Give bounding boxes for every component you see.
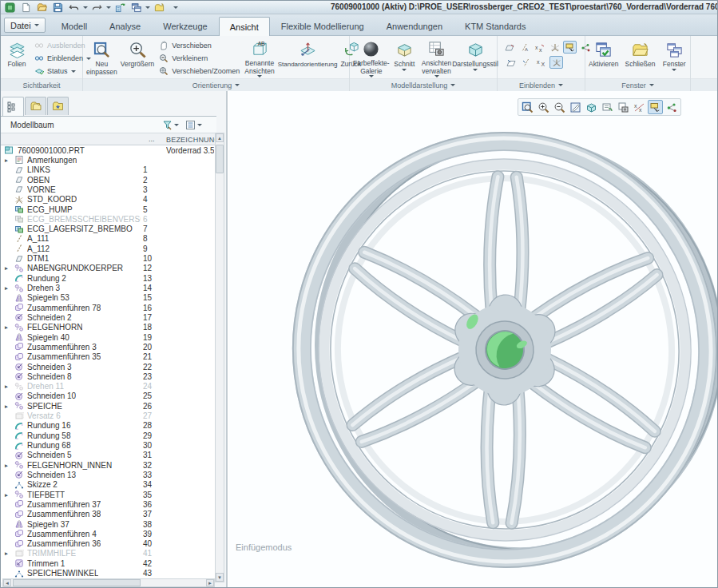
tab-ansicht[interactable]: Ansicht [219,17,270,36]
tree-item-label[interactable]: Zusammenführen 4 [27,530,97,538]
tree-item-label[interactable]: Drehen 11 [27,382,64,391]
annotation-display-button[interactable] [648,100,663,114]
scroll-thumb[interactable] [216,145,224,173]
schnitt-button[interactable]: Schnitt [391,38,418,78]
expand-arrow[interactable]: ► [3,403,10,409]
tree-item[interactable]: STD_KOORD4 [1,195,216,205]
group-label-orientierung[interactable]: Orientierung [83,78,349,91]
column-bezeichnung[interactable]: BEZEICHNUNG [166,136,220,144]
tree-item-label[interactable]: FELGENHORN_INNEN [27,461,112,470]
farbeffekte-galerie-button[interactable]: Farbeffekte-Galerie [351,38,391,78]
tree-item-label[interactable]: Zusammenführen 3 [27,343,97,352]
darstellungsstil-button[interactable]: Darstellungsstil [455,38,495,78]
tree-item[interactable]: Schneiden 823 [1,371,216,381]
tree-item[interactable]: VORNE3 [1,185,216,194]
tree-item-label[interactable]: Zusammenführen 38 [27,510,101,518]
schliessen-button[interactable]: Schließen [624,38,657,78]
tree-item[interactable]: DTM110 [1,253,216,263]
tab-anwendungen[interactable]: Anwendungen [375,16,454,35]
tree-item-label[interactable]: TRIMMHILFE [27,549,76,558]
tree-item[interactable]: Rundung 1628 [1,421,216,431]
tree-item-label[interactable]: TIEFBETT [27,491,65,499]
tree-item[interactable]: A_1118 [1,234,216,244]
tree-item-label[interactable]: Drehen 3 [27,284,60,292]
tree-item-label[interactable]: 76009001000.PRT [18,146,85,155]
tree-item[interactable]: Rundung 213 [1,273,216,283]
csys-display-toggle[interactable] [548,41,561,54]
tree-item-label[interactable]: Versatz 6 [27,411,61,420]
hscroll-thumb[interactable] [13,579,141,586]
tree-item-label[interactable]: Zusammenführen 78 [27,304,101,312]
einblenden-button[interactable]: Einblenden [31,52,81,65]
tab-ktm-standards[interactable]: KTM Standards [454,16,537,35]
open-button[interactable] [35,2,49,13]
tree-item-label[interactable]: VORNE [27,185,56,194]
repaint-button[interactable] [568,100,583,114]
tree-item[interactable]: Schneiden 217 [1,312,216,322]
tab-model-tree[interactable] [2,97,24,116]
spin-center-button[interactable] [664,100,679,114]
tree-vertical-scrollbar[interactable]: ▲ ▼ [215,133,224,582]
tree-item[interactable]: Versatz 627 [1,411,216,420]
zoom-in-button[interactable] [536,100,551,114]
regenerate-button[interactable] [113,2,127,13]
csys-tag-display-toggle[interactable] [549,56,563,69]
tree-item[interactable]: ►NABENGRUNDKOERPER12 [1,264,216,273]
group-label-modelldarstellung[interactable]: Modelldarstellung [350,78,497,91]
axis-tag-display-toggle[interactable] [519,56,533,69]
tree-item-label[interactable]: Rundung 68 [27,441,71,450]
expand-arrow[interactable]: ► [3,265,10,271]
tree-item-label[interactable]: Skizze 2 [27,480,58,489]
group-label-einblenden[interactable]: Einblenden [498,78,585,91]
tree-item[interactable]: LINKS1 [1,165,216,175]
scroll-left-arrow[interactable]: ◄ [3,579,11,586]
save-button[interactable] [51,2,65,13]
tree-item-label[interactable]: Schneiden 13 [27,471,76,479]
tree-item[interactable]: Zusammenführen 3736 [1,499,216,509]
tree-item-label[interactable]: Schneiden 3 [27,363,72,371]
tree-item[interactable]: 76009001000.PRTVorderrad 3.5x1 [1,145,216,155]
tab-favorites[interactable] [47,97,69,115]
ausblenden-button[interactable]: Ausblenden [31,39,81,52]
tree-item[interactable]: ►Drehen 314 [1,283,216,292]
tree-item-label[interactable]: NABENGRUNDKOERPER [27,264,123,272]
tree-horizontal-scrollbar[interactable]: ◄ ► [2,578,215,587]
tree-item[interactable]: OBEN2 [1,175,216,185]
tree-item-label[interactable]: ECG_BREMSSCHEIBENVERSCHRAUB [27,215,141,224]
tree-item[interactable]: Zusammenführen 3640 [1,539,216,549]
tree-item[interactable]: ECG_BREMSSCHEIBENVERSCHRAUB6 [1,214,216,224]
plane-tag-display-toggle[interactable] [504,56,518,69]
plane-display-toggle[interactable] [502,41,516,54]
tree-item-label[interactable]: A_112 [27,244,50,253]
tab-modell[interactable]: Modell [50,16,98,35]
tree-item[interactable]: ECG_HUMP5 [1,205,216,214]
tree-item-label[interactable]: Schneiden 8 [27,372,72,381]
undo-dropdown-arrow[interactable] [83,6,88,9]
zoom-out-button[interactable] [552,100,567,114]
tree-item[interactable]: Schneiden 1025 [1,391,216,401]
view-manager-button[interactable] [616,100,631,114]
expand-arrow[interactable]: ► [3,285,10,291]
tree-item-label[interactable]: Rundung 16 [27,421,71,430]
group-label-fenster[interactable]: Fenster [585,78,690,91]
redo-button[interactable] [90,2,104,13]
tree-item[interactable]: Trimmen 142 [1,558,216,568]
tab-analyse[interactable]: Analyse [98,16,152,35]
tree-item-label[interactable]: Schneiden 2 [27,313,72,322]
scroll-right-arrow[interactable]: ► [206,579,214,586]
tree-item[interactable]: Rundung 5829 [1,431,216,440]
tree-item[interactable]: ►Anmerkungen [1,155,216,165]
file-menu-button[interactable]: Datei [4,18,46,33]
tree-item-label[interactable]: LINKS [27,165,50,174]
tree-item-label[interactable]: Zusammenführen 37 [27,500,101,509]
tree-item[interactable]: Spiegeln 3738 [1,519,216,529]
folien-button[interactable]: Folien [2,38,31,78]
undo-button[interactable] [67,2,81,13]
tree-item[interactable]: Zusammenführen 3837 [1,510,216,519]
ansichten-verwalten-button[interactable]: Ansichten verwalten [418,38,455,78]
tree-item[interactable]: A_1129 [1,244,216,253]
tree-item-label[interactable]: SPEICHE [27,402,62,411]
close-file-button[interactable] [153,2,166,13]
verkleinern-button[interactable]: Verkleinern [156,52,243,65]
tree-filter-button[interactable] [159,118,182,132]
